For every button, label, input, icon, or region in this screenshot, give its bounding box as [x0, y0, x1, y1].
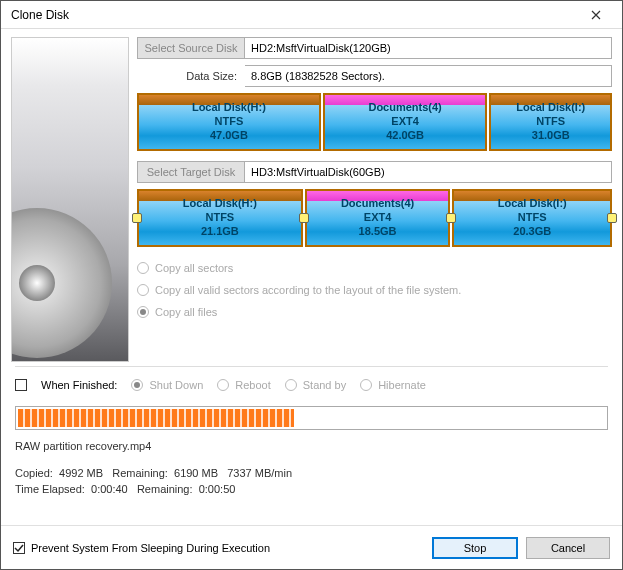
option-label: Shut Down [149, 379, 203, 391]
select-target-disk-button[interactable]: Select Target Disk [137, 161, 245, 183]
select-source-disk-button[interactable]: Select Source Disk [137, 37, 245, 59]
partition-name: Local Disk(H:) [192, 101, 266, 115]
target-disk-bar[interactable]: Local Disk(H:)NTFS21.1GBDocuments(4)EXT4… [137, 189, 612, 247]
option-label: Copy all valid sectors according to the … [155, 284, 461, 296]
close-button[interactable] [578, 4, 614, 26]
window-title: Clone Disk [11, 8, 69, 22]
radio-icon [137, 284, 149, 296]
option-label: Reboot [235, 379, 270, 391]
resize-handle[interactable] [607, 213, 617, 223]
source-disk-bar: Local Disk(H:)NTFS47.0GBDocuments(4)EXT4… [137, 93, 612, 151]
when-finished-label: When Finished: [41, 379, 117, 391]
partition-name: Local Disk(I:) [498, 197, 567, 211]
partition: Local Disk(I:)NTFS31.0GB [489, 93, 612, 151]
partition-name: Documents(4) [341, 197, 414, 211]
source-disk-field: HD2:MsftVirtualDisk(120GB) [245, 37, 612, 59]
prevent-sleep-label: Prevent System From Sleeping During Exec… [31, 542, 270, 554]
resize-handle[interactable] [132, 213, 142, 223]
resize-handle[interactable] [446, 213, 456, 223]
radio-icon [285, 379, 297, 391]
finish-reboot-option: Reboot [217, 374, 270, 396]
finish-standby-option: Stand by [285, 374, 346, 396]
stats-line-1: Copied: 4992 MB Remaining: 6190 MB 7337 … [15, 465, 608, 482]
partition-name: Local Disk(I:) [516, 101, 585, 115]
option-label: Hibernate [378, 379, 426, 391]
partition[interactable]: Documents(4)EXT418.5GB [305, 189, 451, 247]
option-label: Stand by [303, 379, 346, 391]
partition[interactable]: Local Disk(H:)NTFS21.1GB [137, 189, 303, 247]
radio-icon [131, 379, 143, 391]
partition-fs: NTFS [192, 115, 266, 129]
data-size-field: 8.8GB (18382528 Sectors). [245, 65, 612, 87]
partition-fs: NTFS [516, 115, 585, 129]
partition-fs: NTFS [183, 211, 257, 225]
partition-size: 18.5GB [341, 225, 414, 239]
copy-all-sectors-option: Copy all sectors [137, 257, 612, 279]
partition[interactable]: Local Disk(I:)NTFS20.3GB [452, 189, 612, 247]
radio-icon [360, 379, 372, 391]
stop-button[interactable]: Stop [432, 537, 518, 559]
finish-shutdown-option: Shut Down [131, 374, 203, 396]
option-label: Copy all sectors [155, 262, 233, 274]
radio-icon [137, 262, 149, 274]
copy-valid-sectors-option: Copy all valid sectors according to the … [137, 279, 612, 301]
cancel-button[interactable]: Cancel [526, 537, 610, 559]
partition: Documents(4)EXT442.0GB [323, 93, 488, 151]
option-label: Copy all files [155, 306, 217, 318]
copy-all-files-option: Copy all files [137, 301, 612, 323]
partition-name: Documents(4) [368, 101, 441, 115]
partition-size: 21.1GB [183, 225, 257, 239]
partition-fs: NTFS [498, 211, 567, 225]
prevent-sleep-checkbox[interactable] [13, 542, 25, 554]
finish-hibernate-option: Hibernate [360, 374, 426, 396]
partition-size: 42.0GB [368, 129, 441, 143]
resize-handle[interactable] [299, 213, 309, 223]
partition-name: Local Disk(H:) [183, 197, 257, 211]
close-icon [591, 10, 601, 20]
radio-icon [137, 306, 149, 318]
check-icon [14, 543, 24, 553]
partition-size: 47.0GB [192, 129, 266, 143]
partition-fs: EXT4 [368, 115, 441, 129]
data-size-label: Data Size: [137, 70, 245, 82]
partition-size: 20.3GB [498, 225, 567, 239]
progress-bar [15, 406, 608, 430]
radio-icon [217, 379, 229, 391]
stats-line-2: Time Elapsed: 0:00:40 Remaining: 0:00:50 [15, 481, 608, 498]
partition: Local Disk(H:)NTFS47.0GB [137, 93, 321, 151]
partition-fs: EXT4 [341, 211, 414, 225]
partition-size: 31.0GB [516, 129, 585, 143]
target-disk-field: HD3:MsftVirtualDisk(60GB) [245, 161, 612, 183]
when-finished-checkbox[interactable] [15, 379, 27, 391]
current-file: RAW partition recovery.mp4 [15, 438, 608, 455]
brand-illustration: DISKGENIUS [11, 37, 129, 362]
